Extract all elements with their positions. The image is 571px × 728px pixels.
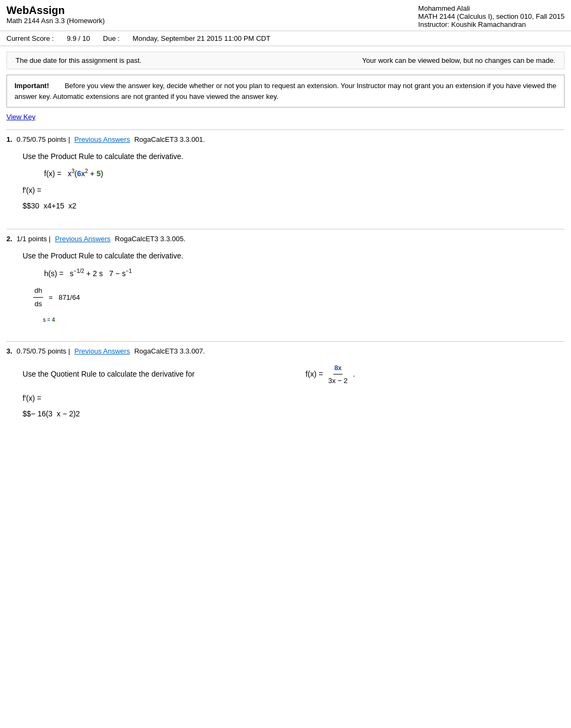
problem-3-answer-label: f′(x) = bbox=[23, 392, 565, 405]
notice-left: The due date for this assignment is past… bbox=[16, 56, 141, 64]
problem-2-body: Use the Product Rule to calculate the de… bbox=[23, 249, 565, 325]
problem-1-points: 0.75/0.75 points | bbox=[17, 135, 70, 143]
problem-2-points: 1/1 points | bbox=[17, 235, 51, 243]
fraction-numerator: 8x bbox=[333, 362, 343, 374]
header-left: WebAssign Math 2144 Asn 3.3 (Homework) bbox=[6, 4, 105, 28]
problem-3-instruction: Use the Quotient Rule to calculate the d… bbox=[23, 367, 195, 381]
problem-2-prev-answers[interactable]: Previous Answers bbox=[55, 235, 110, 243]
problem-1-function: f(x) = x3(6x2 + 5) bbox=[44, 167, 565, 181]
problem-2-derivative: dh ds = 871/64 bbox=[33, 284, 565, 310]
instructor-info: Instructor: Koushik Ramachandran bbox=[418, 20, 565, 28]
eval-at: = 871/64 bbox=[48, 291, 80, 304]
problem-1-id: RogaCalcET3 3.3.001. bbox=[134, 135, 205, 143]
problem-3-answer-value: $$− 16(3 x − 2)2 bbox=[23, 407, 565, 421]
due-date: Monday, September 21 2015 11:00 PM CDT bbox=[133, 34, 270, 42]
notice-right: Your work can be viewed below, but no ch… bbox=[362, 56, 555, 64]
problem-1: 1. 0.75/0.75 points | Previous Answers R… bbox=[6, 129, 565, 213]
problem-3-number: 3. bbox=[6, 347, 12, 355]
period: . bbox=[353, 367, 355, 381]
problem-2-id: RogaCalcET3 3.3.005. bbox=[115, 235, 186, 243]
important-box: Important! Before you view the answer ke… bbox=[6, 75, 565, 107]
problem-2-function: h(s) = s−1/2 + 2 s 7 − s−1 bbox=[44, 266, 565, 280]
score-value: 9.9 / 10 bbox=[67, 34, 90, 42]
problem-2: 2. 1/1 points | Previous Answers RogaCal… bbox=[6, 229, 565, 325]
student-name: Mohammed Alali bbox=[418, 4, 565, 12]
eval-s-value: 4 bbox=[52, 317, 55, 323]
course-info: MATH 2144 (Calculus I), section 010, Fal… bbox=[418, 12, 565, 20]
eval-subscript: s = 4 bbox=[43, 317, 55, 323]
important-label: Important! bbox=[15, 82, 49, 90]
current-score-label: Current Score : bbox=[6, 34, 54, 42]
problem-3-fofx: f(x) = bbox=[305, 367, 323, 381]
problem-1-prev-answers[interactable]: Previous Answers bbox=[74, 135, 130, 143]
problem-1-header: 1. 0.75/0.75 points | Previous Answers R… bbox=[6, 135, 565, 143]
problem-3-prev-answers[interactable]: Previous Answers bbox=[74, 347, 130, 355]
problem-2-instruction: Use the Product Rule to calculate the de… bbox=[23, 249, 565, 263]
problem-3-fraction: 8x 3x − 2 bbox=[327, 362, 349, 387]
ds-label: ds bbox=[33, 298, 43, 310]
view-key-link[interactable]: View Key bbox=[6, 113, 565, 121]
problem-2-header: 2. 1/1 points | Previous Answers RogaCal… bbox=[6, 235, 565, 243]
score-row: Current Score : 9.9 / 10 Due : Monday, S… bbox=[0, 31, 571, 46]
app-name: WebAssign bbox=[6, 4, 105, 17]
problem-2-eval-point: s = 4 bbox=[33, 311, 565, 325]
notice-bar: The due date for this assignment is past… bbox=[6, 52, 565, 69]
dh-ds-fraction: dh ds bbox=[33, 284, 43, 310]
problem-3: 3. 0.75/0.75 points | Previous Answers R… bbox=[6, 341, 565, 421]
problem-3-points: 0.75/0.75 points | bbox=[17, 347, 70, 355]
fraction-denominator: 3x − 2 bbox=[327, 374, 349, 387]
problem-1-number: 1. bbox=[6, 135, 12, 143]
problem-1-answer-label: f′(x) = bbox=[23, 184, 565, 197]
header-right: Mohammed Alali MATH 2144 (Calculus I), s… bbox=[418, 4, 565, 28]
problem-1-body: Use the Product Rule to calculate the de… bbox=[23, 150, 565, 213]
due-label: Due : bbox=[103, 34, 120, 42]
problem-3-instruction-row: Use the Quotient Rule to calculate the d… bbox=[23, 362, 565, 387]
problem-3-body: Use the Quotient Rule to calculate the d… bbox=[23, 362, 565, 421]
problem-1-answer-value: $$30 x4+15 x2 bbox=[23, 199, 565, 213]
assignment-name: Math 2144 Asn 3.3 (Homework) bbox=[6, 17, 105, 25]
important-text: Before you view the answer key, decide w… bbox=[15, 82, 556, 100]
problem-3-id: RogaCalcET3 3.3.007. bbox=[134, 347, 205, 355]
dh-label: dh bbox=[33, 284, 43, 297]
page-header: WebAssign Math 2144 Asn 3.3 (Homework) M… bbox=[0, 0, 571, 31]
problem-3-header: 3. 0.75/0.75 points | Previous Answers R… bbox=[6, 347, 565, 355]
problem-2-number: 2. bbox=[6, 235, 12, 243]
problem-1-instruction: Use the Product Rule to calculate the de… bbox=[23, 150, 565, 163]
